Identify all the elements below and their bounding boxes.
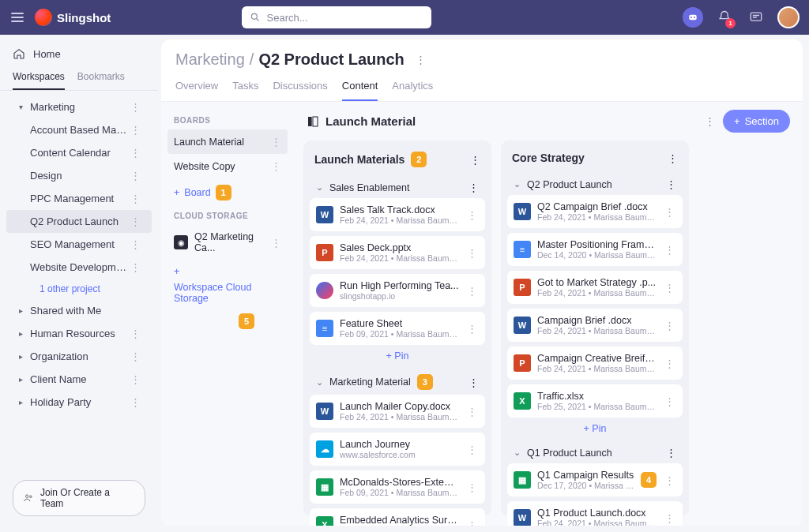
sidebar-item-design[interactable]: Design⋮: [6, 164, 152, 187]
more-icon[interactable]: ⋮: [127, 124, 144, 136]
more-icon[interactable]: ⋮: [271, 237, 281, 249]
more-icon[interactable]: ⋮: [127, 261, 144, 273]
sidebar-item-holiday[interactable]: ▸Holiday Party⋮: [6, 391, 152, 414]
card-item[interactable]: WSales Talk Track.docxFeb 24, 2021 • Mar…: [310, 198, 485, 231]
more-icon[interactable]: ⋮: [127, 147, 144, 159]
app-logo[interactable]: Slingshot: [35, 9, 111, 26]
more-icon[interactable]: ⋮: [663, 320, 676, 332]
more-icon[interactable]: ⋮: [271, 160, 281, 172]
hamburger-icon[interactable]: [9, 9, 25, 25]
sidebar-item-ppc[interactable]: PPC Management⋮: [6, 187, 152, 210]
more-icon[interactable]: ⋮: [127, 101, 144, 113]
more-icon[interactable]: ⋮: [465, 247, 479, 259]
more-icon[interactable]: ⋮: [666, 178, 676, 190]
more-icon[interactable]: ⋮: [127, 396, 144, 408]
card-item[interactable]: WCampaign Brief .docxFeb 24, 2021 • Mari…: [507, 309, 683, 342]
breadcrumb-parent[interactable]: Marketing: [175, 51, 245, 69]
card-item[interactable]: XTraffic.xlsxFeb 25, 2021 • Marissa Baum…: [507, 384, 683, 418]
avatar[interactable]: [777, 6, 800, 28]
more-icon[interactable]: ⋮: [663, 206, 676, 218]
more-icon[interactable]: ⋮: [127, 350, 144, 362]
more-icon[interactable]: ⋮: [127, 193, 144, 204]
more-icon[interactable]: ⋮: [127, 373, 144, 385]
more-icon[interactable]: ⋮: [663, 395, 676, 407]
card-item[interactable]: WQ1 Product Launch.docxFeb 24, 2021 • Ma…: [507, 501, 683, 526]
sidebar-item-client[interactable]: ▸Client Name⋮: [6, 368, 152, 391]
card-item[interactable]: ≡Master Positioning Frame...Dec 14, 2020…: [507, 233, 683, 266]
pin-button[interactable]: + Pin: [584, 423, 607, 434]
sidebar-item-org[interactable]: ▸Organization⋮: [6, 345, 152, 368]
more-icon[interactable]: ⋮: [468, 182, 479, 193]
tab-analytics[interactable]: Analytics: [392, 80, 433, 101]
card-item[interactable]: Run High Performing Tea...slingshotapp.i…: [310, 274, 485, 307]
add-board-button[interactable]: + Board 1: [167, 178, 288, 207]
pin-button[interactable]: + Pin: [386, 350, 409, 362]
tab-overview[interactable]: Overview: [175, 80, 218, 101]
card-item[interactable]: ☁Launch Journeywww.salesforce.com⋮: [310, 433, 485, 466]
chevron-down-icon: ⌄: [316, 377, 323, 388]
more-icon[interactable]: ⋮: [465, 323, 479, 335]
more-icon[interactable]: ⋮: [663, 512, 676, 524]
ksection-header[interactable]: ⌄ Q1 Product Launch ⋮: [507, 442, 683, 463]
card-item[interactable]: PCampaign Creative Breif ....Feb 24, 202…: [507, 347, 683, 380]
board-item-website-copy[interactable]: Website Copy⋮: [167, 154, 288, 178]
card-item[interactable]: PGot to Market Strategy .p...Feb 24, 202…: [507, 271, 683, 304]
messages-icon[interactable]: [746, 7, 766, 28]
cloud-storage-item[interactable]: ◉ Q2 Marketing Ca... ⋮: [167, 225, 288, 260]
sidebar-tab-bookmarks[interactable]: Bookmarks: [77, 71, 125, 90]
ksection-header[interactable]: ⌄ Marketing Material3 ⋮: [310, 369, 485, 395]
sidebar-item-hr[interactable]: ▸Human Resources⋮: [6, 322, 152, 345]
assistant-icon[interactable]: [683, 7, 703, 28]
more-icon[interactable]: ⋮: [663, 358, 676, 369]
sidebar-item-marketing[interactable]: ▾ Marketing ⋮: [6, 96, 152, 118]
more-icon[interactable]: ⋮: [465, 519, 479, 526]
more-icon[interactable]: ⋮: [465, 444, 479, 455]
breadcrumb-more-icon[interactable]: ⋮: [416, 54, 426, 66]
ksection-header[interactable]: ⌄ Q2 Product Launch ⋮: [507, 174, 683, 195]
join-team-button[interactable]: Join Or Create a Team: [13, 480, 145, 516]
sidebar-link-other-projects[interactable]: 1 other project: [3, 279, 155, 299]
more-icon[interactable]: ⋮: [271, 136, 281, 148]
more-icon[interactable]: ⋮: [127, 328, 144, 339]
more-icon[interactable]: ⋮: [465, 209, 479, 221]
more-icon[interactable]: ⋮: [470, 154, 480, 166]
more-icon[interactable]: ⋮: [663, 474, 676, 486]
more-icon[interactable]: ⋮: [666, 447, 676, 459]
more-icon[interactable]: ⋮: [663, 244, 676, 256]
sidebar-item-shared[interactable]: ▸Shared with Me: [6, 299, 152, 322]
more-icon[interactable]: ⋮: [127, 170, 144, 182]
sidebar-item-account-based[interactable]: Account Based Mar...⋮: [6, 118, 152, 141]
add-workspace-storage-button[interactable]: + Workspace Cloud Storage: [167, 260, 288, 310]
more-icon[interactable]: ⋮: [127, 215, 144, 227]
panel-more-icon[interactable]: ⋮: [705, 115, 715, 127]
card-item[interactable]: ▦Q1 Campaign ResultsDec 17, 2020 • Maris…: [507, 463, 683, 496]
card-item[interactable]: ▦McDonalds-Stores-Extend...Feb 09, 2021 …: [310, 470, 485, 504]
card-item[interactable]: PSales Deck.pptxFeb 24, 2021 • Marissa B…: [310, 236, 485, 269]
card-item[interactable]: ≡Feature SheetFeb 09, 2021 • Marissa Bau…: [310, 312, 485, 345]
notification-icon[interactable]: 1: [714, 7, 735, 28]
card-item[interactable]: WLaunch Mailer Copy.docxFeb 24, 2021 • M…: [310, 395, 485, 428]
more-icon[interactable]: ⋮: [468, 377, 479, 388]
tab-content[interactable]: Content: [342, 80, 378, 101]
more-icon[interactable]: ⋮: [663, 282, 676, 294]
tab-discussions[interactable]: Discussions: [273, 80, 327, 101]
search-input[interactable]: [267, 12, 423, 24]
more-icon[interactable]: ⋮: [668, 152, 678, 164]
sidebar-item-seo[interactable]: SEO Management⋮: [6, 233, 152, 256]
sidebar-tab-workspaces[interactable]: Workspaces: [13, 71, 65, 90]
card-item[interactable]: XEmbedded Analytics Surv...Jun 02, 2021 …: [310, 508, 485, 526]
sidebar-item-webdev[interactable]: Website Development⋮: [6, 256, 152, 279]
more-icon[interactable]: ⋮: [127, 238, 144, 250]
more-icon[interactable]: ⋮: [465, 481, 479, 493]
more-icon[interactable]: ⋮: [465, 406, 479, 418]
sidebar-item-q2-launch[interactable]: Q2 Product Launch⋮: [6, 210, 152, 233]
more-icon[interactable]: ⋮: [465, 285, 479, 297]
sidebar-home[interactable]: Home: [0, 41, 158, 66]
board-item-launch-material[interactable]: Launch Material⋮: [167, 129, 288, 154]
search-bar[interactable]: [242, 6, 431, 28]
add-section-button[interactable]: + Section: [723, 110, 790, 133]
sidebar-item-content-calendar[interactable]: Content Calendar⋮: [6, 141, 152, 164]
card-item[interactable]: WQ2 Campaign Brief .docxFeb 24, 2021 • M…: [507, 195, 683, 228]
ksection-header[interactable]: ⌄ Sales Enablement ⋮: [310, 177, 485, 198]
tab-tasks[interactable]: Tasks: [232, 80, 258, 101]
